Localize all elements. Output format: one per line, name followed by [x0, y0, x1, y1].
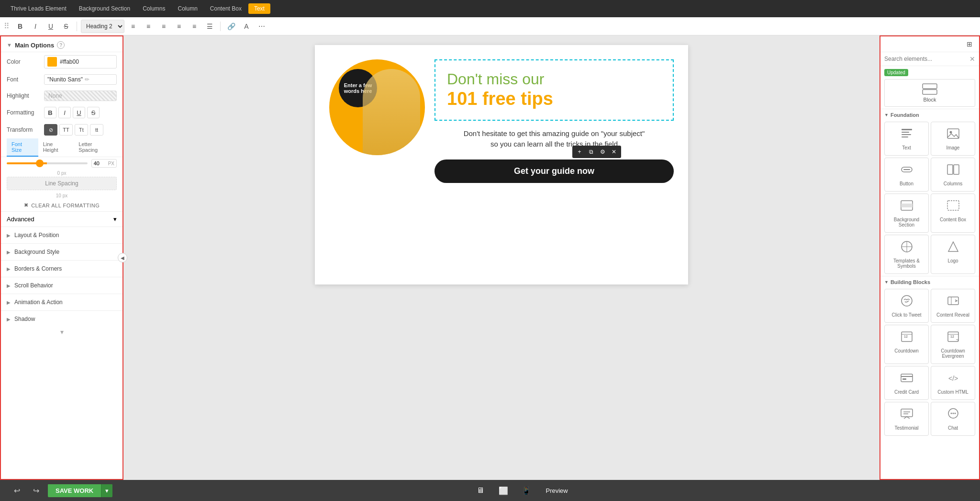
nav-column[interactable]: Column [172, 3, 203, 14]
block-element-card[interactable]: Block [884, 79, 975, 107]
el-settings-button[interactable]: ⚙ [597, 147, 608, 157]
expand-icon[interactable]: ⊞ [964, 38, 975, 50]
transform-label: Transform [7, 126, 40, 133]
format-underline[interactable]: U [73, 107, 85, 118]
headline-box[interactable]: Don't miss our 101 free tips [434, 59, 674, 121]
text-color-button[interactable]: A [240, 20, 253, 33]
headline-green: Don't miss our [447, 70, 661, 88]
button-icon [900, 163, 913, 179]
element-logo[interactable]: Logo [931, 235, 975, 274]
collapse-arrow[interactable]: ◀ [118, 253, 127, 262]
format-bold[interactable]: B [44, 107, 56, 118]
search-close-icon[interactable]: ✕ [969, 55, 975, 63]
cta-button[interactable]: Get your guide now [434, 159, 674, 183]
svg-rect-32 [901, 409, 913, 417]
headline-orange: 101 free tips [447, 88, 661, 110]
svg-rect-9 [903, 169, 910, 170]
canvas-area: + ⧉ ⚙ ✕ Enter a few words here [123, 35, 880, 480]
element-credit-card[interactable]: Credit Card [884, 366, 929, 400]
font-picker[interactable]: "Nunito Sans" ✏ [44, 74, 117, 85]
font-size-input[interactable] [94, 160, 107, 166]
element-chat[interactable]: Chat [931, 402, 975, 436]
animation-action-section[interactable]: ▶ Animation & Action [1, 294, 122, 310]
align-right-button[interactable]: ≡ [157, 20, 170, 33]
bold-button[interactable]: B [13, 20, 27, 33]
formatting-buttons: B I U S [44, 107, 100, 118]
save-main-button[interactable]: SAVE WORK [48, 484, 101, 497]
shadow-section[interactable]: ▶ Shadow [1, 310, 122, 327]
font-size-slider[interactable] [7, 162, 88, 164]
tab-font-size[interactable]: Font Size [7, 138, 38, 157]
svg-rect-0 [923, 84, 937, 89]
transform-lowercase[interactable]: tt [90, 124, 103, 136]
font-edit-icon[interactable]: ✏ [85, 76, 89, 83]
highlight-picker[interactable]: None [44, 91, 117, 101]
format-strike[interactable]: S [87, 107, 100, 118]
nav-content-box[interactable]: Content Box [204, 3, 247, 14]
element-columns[interactable]: Columns [931, 158, 975, 192]
element-testimonial[interactable]: Testimonial [884, 402, 929, 436]
el-clone-button[interactable]: ⧉ [586, 147, 596, 157]
color-picker[interactable]: #ffab00 [44, 55, 117, 68]
list-ol-button[interactable]: ☰ [203, 20, 216, 33]
element-countdown[interactable]: 12 Countdown [884, 325, 929, 364]
advanced-section[interactable]: Advanced ▾ [1, 211, 122, 227]
arrow-icon: ▶ [7, 283, 11, 288]
transform-uppercase[interactable]: TT [59, 124, 73, 136]
element-countdown-evergreen[interactable]: 12 Countdown Evergreen [931, 325, 975, 364]
element-content-box[interactable]: Content Box [931, 194, 975, 233]
tab-line-height[interactable]: Line Height [38, 138, 74, 157]
html-icon: </> [947, 371, 960, 387]
link-button[interactable]: 🔗 [224, 20, 238, 33]
element-text[interactable]: Text [884, 122, 929, 156]
element-image[interactable]: Image [931, 122, 975, 156]
transform-buttons: ⊘ TT Tt tt [44, 124, 103, 136]
preview-button[interactable]: Preview [542, 485, 571, 496]
element-click-to-tweet[interactable]: Click to Tweet [884, 289, 929, 323]
save-dropdown-button[interactable]: ▾ [101, 484, 112, 497]
element-background-section[interactable]: Background Section [884, 194, 929, 233]
scroll-behavior-section[interactable]: ▶ Scroll Behavior [1, 277, 122, 294]
nav-text[interactable]: Text [248, 3, 270, 14]
align-justify-button[interactable]: ≡ [172, 20, 186, 33]
search-input[interactable] [884, 56, 968, 62]
el-add-button[interactable]: + [574, 147, 585, 157]
nav-background-section[interactable]: Background Section [73, 3, 136, 14]
device-mobile-button[interactable]: 📱 [519, 483, 534, 498]
undo-button[interactable]: ↩ [10, 483, 24, 498]
element-button[interactable]: Button [884, 158, 929, 192]
more-button[interactable]: ⋯ [255, 20, 268, 33]
nav-thrive-leads[interactable]: Thrive Leads Element [5, 3, 72, 14]
underline-button[interactable]: U [44, 20, 57, 33]
format-italic[interactable]: I [58, 107, 71, 118]
element-content-reveal[interactable]: Content Reveal [931, 289, 975, 323]
zero-label: 0 px [1, 170, 122, 177]
element-custom-html[interactable]: </> Custom HTML [931, 366, 975, 400]
heading-select[interactable]: Heading 2 Heading 1 Paragraph [81, 20, 124, 33]
device-desktop-button[interactable]: 🖥 [473, 483, 488, 498]
borders-corners-section[interactable]: ▶ Borders & Corners [1, 260, 122, 277]
nav-columns[interactable]: Columns [137, 3, 171, 14]
redo-button[interactable]: ↪ [29, 483, 43, 498]
align-left-button[interactable]: ≡ [126, 20, 140, 33]
element-templates[interactable]: Templates & Symbols [884, 235, 929, 274]
drag-handle: ⠿ [4, 22, 10, 31]
list-ul-button[interactable]: ≡ [188, 20, 201, 33]
background-style-section[interactable]: ▶ Background Style [1, 243, 122, 260]
clear-formatting-button[interactable]: ✖ CLEAR ALL FORMATTING [7, 202, 117, 208]
help-icon[interactable]: ? [57, 41, 65, 49]
italic-button[interactable]: I [29, 20, 42, 33]
foundation-section-header[interactable]: ▼ Foundation [880, 109, 979, 120]
strikethrough-button[interactable]: S [59, 20, 73, 33]
transform-none[interactable]: ⊘ [44, 124, 57, 136]
el-delete-button[interactable]: ✕ [609, 147, 619, 157]
highlight-row: Highlight None [1, 88, 122, 104]
align-center-button[interactable]: ≡ [142, 20, 155, 33]
device-tablet-button[interactable]: ⬜ [496, 483, 511, 498]
tweet-icon [900, 294, 913, 310]
transform-capitalize[interactable]: Tt [75, 124, 88, 136]
tab-letter-spacing[interactable]: Letter Spacing [74, 138, 117, 157]
building-blocks-section-header[interactable]: ▼ Building Blocks [880, 276, 979, 287]
layout-position-section[interactable]: ▶ Layout & Position [1, 227, 122, 243]
svg-rect-28 [901, 374, 913, 382]
